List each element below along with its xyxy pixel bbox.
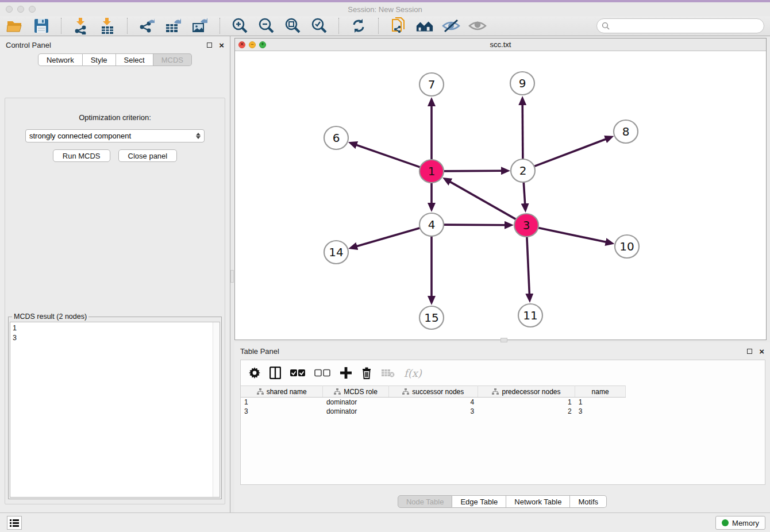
gear-icon[interactable] [249,367,260,379]
cell-mcds-role[interactable]: dominator [323,407,388,416]
table-row[interactable]: 1 dominator 4 1 1 [241,398,626,407]
add-column-icon[interactable] [340,367,352,379]
graph-node-9[interactable]: 9 [510,72,534,95]
control-panel-tabs: Network Style Select MCDS [0,53,230,66]
delete-column-icon[interactable] [361,367,372,379]
column-header-successor-nodes[interactable]: successor nodes [388,386,478,398]
graph-edge-3-10[interactable] [538,228,607,242]
graph-node-14[interactable]: 14 [324,241,348,264]
graph-node-11[interactable]: 11 [518,304,542,327]
graph-node-15[interactable]: 15 [419,306,444,329]
close-panel-icon[interactable]: × [219,41,224,49]
graph-node-8[interactable]: 8 [614,120,638,143]
graph-node-label: 4 [428,218,436,232]
delete-table-icon [381,368,395,377]
cell-name[interactable]: 1 [575,398,626,407]
memory-button[interactable]: Memory [715,516,765,530]
network-canvas[interactable]: 7968124314101511 [235,51,766,340]
memory-status-icon [722,519,729,526]
graph-edge-3-11[interactable] [527,237,530,295]
graph-node-3[interactable]: 3 [514,214,538,237]
open-file-icon[interactable] [6,17,24,34]
graph-node-2[interactable]: 2 [511,159,535,182]
horizontal-splitter-grabber[interactable] [500,338,507,342]
tab-network[interactable]: Network [38,53,83,66]
toolbar-separator [378,18,379,34]
control-panel-title: Control Panel [6,41,51,49]
graph-node-1[interactable]: 1 [419,160,444,183]
optimization-criterion-label: Optimization criterion: [5,113,225,122]
float-table-panel-icon[interactable] [747,349,752,354]
task-history-button[interactable] [7,516,22,530]
cell-mcds-role[interactable]: dominator [323,398,388,407]
column-header-predecessor-nodes[interactable]: predecessor nodes [478,386,575,398]
graph-edge-2-8[interactable] [534,139,607,167]
toolbar-separator [127,18,128,34]
export-image-icon[interactable] [191,17,209,34]
cell-predecessor-nodes[interactable]: 1 [478,398,575,407]
cell-successor-nodes[interactable]: 3 [388,407,478,416]
hide-selected-icon[interactable] [442,17,460,34]
export-table-icon[interactable] [164,17,183,34]
graph-edge-1-2[interactable] [443,171,502,171]
zoom-in-icon[interactable] [230,17,249,34]
panel-splitter-grabber[interactable] [230,270,234,283]
tab-motifs[interactable]: Motifs [570,495,607,508]
graph-edge-3-1[interactable] [449,182,516,219]
column-selector-icon[interactable] [270,367,281,379]
node-table-container: f(x) shared name MCDS role successor nod… [240,360,765,485]
graph-node-label: 15 [424,311,438,325]
graph-edge-2-9[interactable] [522,104,523,159]
graph-edge-2-3[interactable] [523,182,525,205]
cell-predecessor-nodes[interactable]: 2 [478,407,575,416]
graph-node-4[interactable]: 4 [419,213,444,236]
result-scrollbar[interactable] [213,322,220,497]
cell-successor-nodes[interactable]: 4 [388,398,478,407]
tab-network-table[interactable]: Network Table [506,495,570,508]
optimization-criterion-select[interactable]: strongly connected component [25,129,205,142]
cell-shared-name[interactable]: 1 [241,398,323,407]
graph-node-10[interactable]: 10 [615,235,639,258]
first-neighbors-icon[interactable] [415,17,434,34]
graph-node-6[interactable]: 6 [324,126,348,149]
zoom-fit-icon[interactable] [283,17,302,34]
import-network-icon[interactable] [72,17,90,34]
toolbar-separator [61,18,61,34]
deselect-all-checkboxes-icon[interactable] [314,369,330,377]
tab-select[interactable]: Select [116,53,153,66]
select-all-checkboxes-icon[interactable] [290,369,305,377]
mcds-result-text[interactable]: 1 3 [10,322,220,498]
run-mcds-button[interactable]: Run MCDS [53,149,110,162]
tab-edge-table[interactable]: Edge Table [452,495,506,508]
tab-node-table[interactable]: Node Table [398,495,453,508]
new-network-from-selection-icon[interactable] [389,17,407,34]
import-table-icon[interactable] [98,17,117,34]
search-box[interactable] [596,18,764,33]
graph-edge-1-6[interactable] [356,145,421,168]
cell-shared-name[interactable]: 3 [241,407,323,416]
network-window-titlebar[interactable]: ✕ − + scc.txt [235,38,766,51]
optimization-criterion-value: strongly connected component [29,132,196,140]
zoom-selected-icon[interactable] [310,17,328,34]
column-header-mcds-role[interactable]: MCDS role [323,386,388,398]
cell-name[interactable]: 3 [575,407,626,416]
graph-edge-4-3[interactable] [443,225,506,225]
save-session-icon[interactable] [32,17,51,34]
graph-node-label: 11 [523,309,537,322]
table-row[interactable]: 3 dominator 3 2 3 [241,407,626,416]
close-table-panel-icon[interactable]: × [759,347,764,356]
graph-node-7[interactable]: 7 [419,73,444,96]
search-input[interactable] [613,22,759,30]
refresh-icon[interactable] [349,17,368,34]
column-header-shared-name[interactable]: shared name [241,386,323,398]
tab-style[interactable]: Style [83,53,116,66]
float-panel-icon[interactable] [207,43,212,48]
tab-mcds[interactable]: MCDS [153,53,192,66]
export-network-icon[interactable] [138,17,156,34]
column-header-name[interactable]: name [575,386,626,398]
close-panel-button[interactable]: Close panel [118,149,178,162]
graph-edge-4-14[interactable] [356,228,421,246]
zoom-out-icon[interactable] [257,17,275,34]
node-table: shared name MCDS role successor nodes pr… [241,385,626,416]
show-all-icon[interactable] [468,17,487,34]
